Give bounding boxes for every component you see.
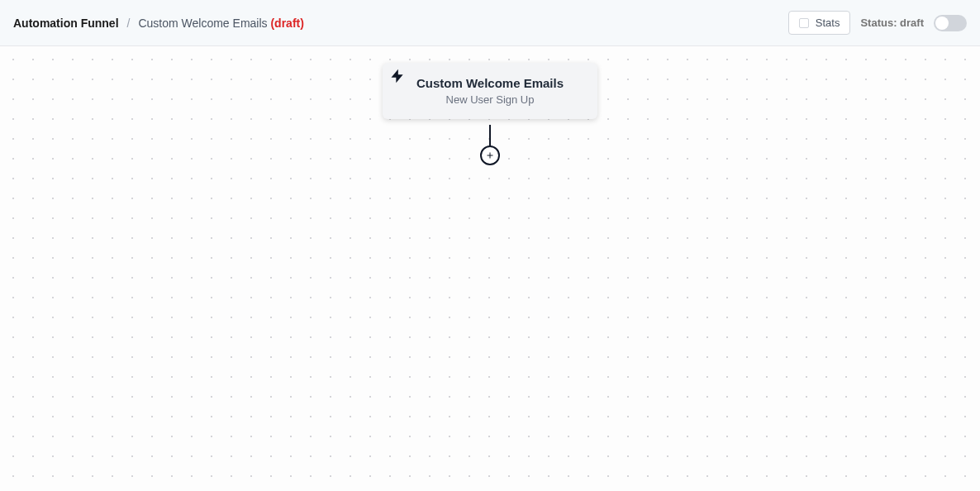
breadcrumb-current-wrap: Custom Welcome Emails (draft) <box>138 17 303 30</box>
status-toggle[interactable] <box>934 15 967 31</box>
breadcrumb: Automation Funnel / Custom Welcome Email… <box>13 17 304 30</box>
node-title: Custom Welcome Emails <box>399 76 581 90</box>
connector-line <box>489 125 491 148</box>
plus-icon <box>485 150 495 160</box>
header-right: Stats Status: draft <box>788 11 967 35</box>
status-label: Status: draft <box>860 17 924 29</box>
stats-label: Stats <box>816 17 840 29</box>
breadcrumb-status-suffix: (draft) <box>270 17 303 30</box>
stats-checkbox-icon <box>799 18 809 28</box>
trigger-node[interactable]: Custom Welcome Emails New User Sign Up <box>383 63 597 119</box>
header-bar: Automation Funnel / Custom Welcome Email… <box>0 0 980 46</box>
toggle-knob <box>935 17 949 30</box>
breadcrumb-separator: / <box>127 17 131 30</box>
node-subtitle: New User Sign Up <box>399 93 581 106</box>
lightning-icon <box>389 68 406 88</box>
funnel-canvas[interactable]: Custom Welcome Emails New User Sign Up <box>0 46 980 491</box>
stats-button[interactable]: Stats <box>788 11 851 35</box>
breadcrumb-root[interactable]: Automation Funnel <box>13 17 119 30</box>
add-step-button[interactable] <box>480 145 500 165</box>
breadcrumb-current: Custom Welcome Emails <box>138 17 267 30</box>
